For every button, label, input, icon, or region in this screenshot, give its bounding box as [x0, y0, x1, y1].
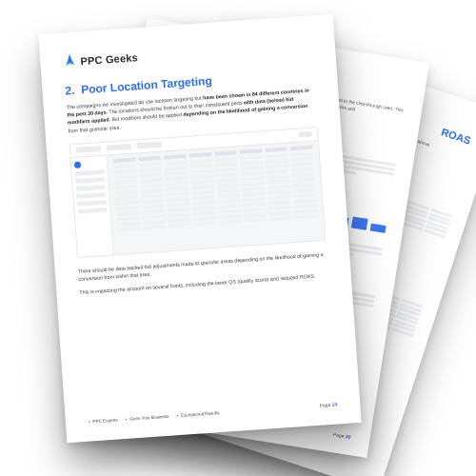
embedded-screenshot	[69, 127, 326, 258]
brand-name: PPC Geeks	[80, 51, 138, 67]
footer-links: •PPC Experts •Grow Your Business •Except…	[89, 410, 220, 425]
page-number: Page 14	[319, 401, 337, 407]
footer-link: •Exceptional Results	[176, 410, 219, 418]
section-title: ROAS	[440, 126, 472, 146]
brand-logo: PPC Geeks	[63, 36, 313, 70]
footer-link: •PPC Experts	[89, 418, 118, 425]
logo-icon	[63, 53, 77, 71]
report-page-front: PPC Geeks 2. Poor Location Targeting The…	[38, 14, 361, 444]
footer-link: •Grow Your Business	[126, 414, 169, 422]
page-number: Page 20	[333, 431, 351, 440]
page-footer: •PPC Experts •Grow Your Business •Except…	[89, 401, 338, 424]
